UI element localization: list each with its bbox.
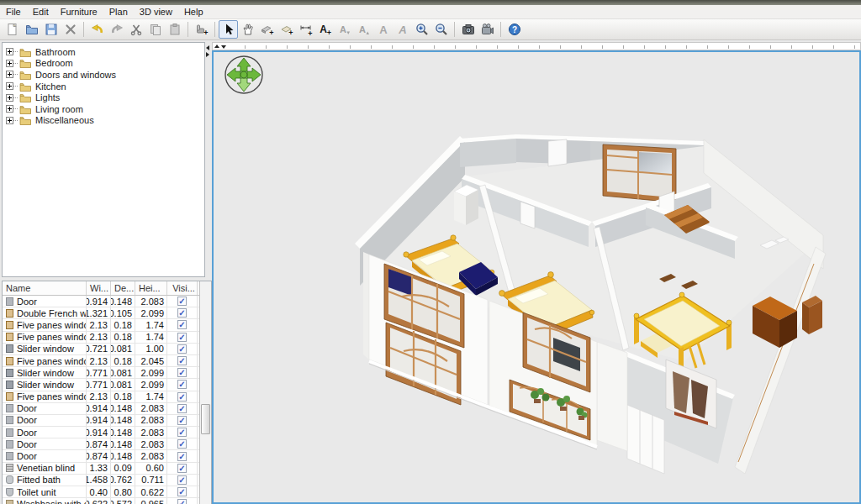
decrease-text-size-button[interactable]: A <box>335 20 354 39</box>
zoom-out-button[interactable] <box>431 20 451 39</box>
house-3d-model[interactable] <box>355 134 826 474</box>
redo-button[interactable] <box>107 20 126 39</box>
visible-checkbox[interactable]: ✓ <box>177 380 187 389</box>
visible-checkbox[interactable]: ✓ <box>177 368 187 377</box>
add-text-button[interactable]: A+ <box>315 20 335 39</box>
visible-checkbox[interactable]: ✓ <box>177 297 187 306</box>
create-video-button[interactable] <box>478 20 497 39</box>
menu-item-help[interactable]: Help <box>178 6 209 18</box>
menu-item-file[interactable]: File <box>0 6 27 18</box>
column-header-4[interactable]: Visi... <box>167 281 198 295</box>
furniture-catalog-tree[interactable]: BathroomBedroomDoors and windowsKitchenL… <box>2 42 205 277</box>
visible-checkbox[interactable]: ✓ <box>177 333 187 342</box>
table-row[interactable]: Venetian blind1.330.090.60✓ <box>3 463 199 475</box>
furniture-table[interactable]: NameWi...De...Hei...Visi...Door0.9140.14… <box>3 281 199 504</box>
catalog-category-living-room[interactable]: Living room <box>3 103 204 115</box>
column-header-2[interactable]: De... <box>111 281 135 295</box>
splitter-arrow-left-icon[interactable] <box>206 45 209 50</box>
table-row[interactable]: Five panes window2.130.181.74✓ <box>3 332 199 344</box>
table-row[interactable]: Five panes window2.130.181.74✓ <box>3 391 199 403</box>
table-row[interactable]: Door0.8740.1482.083✓ <box>3 450 199 462</box>
menu-item-plan[interactable]: Plan <box>103 6 134 18</box>
3d-view-canvas[interactable] <box>212 50 861 504</box>
column-header-0[interactable]: Name <box>3 281 87 295</box>
copy-button[interactable] <box>145 20 165 39</box>
desk-right[interactable] <box>802 296 822 334</box>
tree-expand-icon[interactable] <box>6 117 13 124</box>
table-row[interactable]: Toilet unit0.400.800.622✓ <box>3 486 199 498</box>
catalog-category-bathroom[interactable]: Bathroom <box>3 46 204 58</box>
save-home-button[interactable] <box>41 20 61 39</box>
catalog-category-miscellaneous[interactable]: Miscellaneous <box>3 115 204 127</box>
italic-button[interactable]: A <box>393 20 412 39</box>
catalog-category-doors-and-windows[interactable]: Doors and windows <box>3 69 204 81</box>
increase-text-size-button[interactable]: A <box>354 20 373 39</box>
table-row[interactable]: Door0.9140.1482.083✓ <box>3 403 199 415</box>
visible-checkbox[interactable]: ✓ <box>177 320 187 329</box>
tree-expand-icon[interactable] <box>6 60 13 67</box>
table-row[interactable]: Washbasin with ca...0.6220.5720.965✓ <box>3 498 199 504</box>
table-row[interactable]: Five panes window2.130.182.045✓ <box>3 355 199 367</box>
visible-checkbox[interactable]: ✓ <box>177 392 187 402</box>
open-home-button[interactable] <box>22 20 41 39</box>
visible-checkbox[interactable]: ✓ <box>177 452 187 461</box>
preferences-button[interactable] <box>61 20 80 39</box>
select-tool-button[interactable] <box>219 20 238 39</box>
table-row[interactable]: Door0.9140.1482.083✓ <box>3 427 199 438</box>
visible-checkbox[interactable]: ✓ <box>177 308 187 318</box>
visible-checkbox[interactable]: ✓ <box>177 439 187 449</box>
tree-expand-icon[interactable] <box>6 94 13 102</box>
visible-checkbox[interactable]: ✓ <box>177 356 187 365</box>
furniture-table-scrollbar[interactable] <box>199 281 211 504</box>
help-button[interactable]: ? <box>504 20 524 39</box>
splitter-arrow-up-icon[interactable] <box>214 45 219 48</box>
catalog-category-kitchen[interactable]: Kitchen <box>3 81 204 92</box>
column-header-3[interactable]: Hei... <box>135 281 167 295</box>
visible-checkbox[interactable]: ✓ <box>177 464 187 473</box>
table-row[interactable]: Slider window0.7210.0811.00✓ <box>3 344 199 355</box>
table-row[interactable]: Door0.9140.1482.083✓ <box>3 296 199 307</box>
compass-navigation[interactable] <box>225 56 262 93</box>
visible-checkbox[interactable]: ✓ <box>177 344 187 354</box>
catalog-category-lights[interactable]: Lights <box>3 92 204 103</box>
menu-item-edit[interactable]: Edit <box>27 6 55 18</box>
visible-checkbox[interactable]: ✓ <box>177 487 187 496</box>
table-row[interactable]: Slider window0.7710.0812.099✓ <box>3 379 199 391</box>
visible-checkbox[interactable]: ✓ <box>177 499 187 504</box>
tree-expand-icon[interactable] <box>6 71 13 78</box>
table-row[interactable]: Door0.9140.1482.083✓ <box>3 415 199 427</box>
table-row[interactable]: Fitted bath1.4580.7620.711✓ <box>3 475 199 486</box>
menu-item-3d-view[interactable]: 3D view <box>134 6 178 18</box>
catalog-category-bedroom[interactable]: Bedroom <box>3 58 204 70</box>
plan-view-collapsed[interactable] <box>212 42 861 50</box>
create-walls-button[interactable]: + <box>257 20 277 39</box>
create-rooms-button[interactable]: + <box>277 20 296 39</box>
table-row[interactable]: Five panes window2.130.181.74✓ <box>3 319 199 331</box>
five-panes-window-back[interactable] <box>603 144 676 202</box>
brown-wardrobe[interactable] <box>753 297 797 348</box>
column-header-1[interactable]: Wi... <box>87 281 111 295</box>
white-wardrobe[interactable] <box>454 185 478 225</box>
scrollbar-thumb[interactable] <box>201 404 210 434</box>
table-row[interactable]: Double French win...1.3210.1052.099✓ <box>3 307 199 319</box>
visible-checkbox[interactable]: ✓ <box>177 428 187 437</box>
create-dimensions-button[interactable]: + <box>296 20 315 39</box>
visible-checkbox[interactable]: ✓ <box>177 475 187 485</box>
new-home-button[interactable] <box>3 20 22 39</box>
tree-expand-icon[interactable] <box>6 82 13 90</box>
visible-checkbox[interactable]: ✓ <box>177 416 187 425</box>
cut-button[interactable] <box>126 20 145 39</box>
tree-expand-icon[interactable] <box>6 48 13 55</box>
pan-tool-button[interactable] <box>238 20 257 39</box>
add-furniture-button[interactable]: + <box>192 20 211 39</box>
zoom-in-button[interactable] <box>412 20 431 39</box>
table-row[interactable]: Slider window0.7710.0812.099✓ <box>3 367 199 379</box>
splitter-arrow-right-icon[interactable] <box>206 52 209 57</box>
create-photo-button[interactable] <box>458 20 478 39</box>
paste-button[interactable] <box>165 20 184 39</box>
bold-button[interactable]: A <box>373 20 393 39</box>
undo-button[interactable] <box>87 20 107 39</box>
visible-checkbox[interactable]: ✓ <box>177 404 187 413</box>
tree-expand-icon[interactable] <box>6 105 13 113</box>
menu-item-furniture[interactable]: Furniture <box>55 6 103 18</box>
